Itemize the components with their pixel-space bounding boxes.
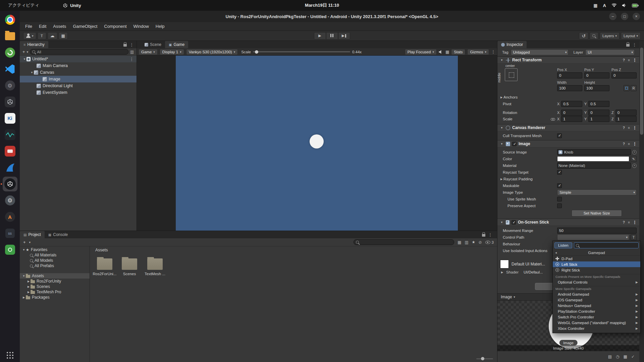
foldout-icon[interactable]: ▼ — [500, 221, 504, 224]
anchor-preset-button[interactable] — [505, 68, 518, 81]
add-gameobject-button[interactable]: + — [22, 49, 25, 54]
material-preview-swatch[interactable] — [500, 260, 509, 268]
popup-searchbox[interactable] — [574, 242, 639, 248]
scale-z-field[interactable]: 1 — [615, 116, 637, 122]
foldout-icon[interactable]: ▶ — [500, 271, 504, 274]
search-by-type-icon[interactable]: ▦ — [458, 240, 461, 245]
menu-window[interactable]: Window — [130, 22, 152, 31]
tab-console[interactable]: ▦ Console — [45, 231, 71, 238]
menu-component[interactable]: Component — [101, 22, 130, 31]
raycast-target-checkbox[interactable] — [557, 170, 562, 175]
hierarchy-row[interactable]: Main Camera — [20, 62, 137, 69]
game-view-kebab-icon[interactable]: ⋮ — [491, 49, 495, 54]
grid-snap-button[interactable]: ▦ — [59, 32, 68, 40]
layers-dropdown[interactable]: Layers▾ — [600, 32, 620, 40]
menu-help[interactable]: Help — [152, 22, 168, 31]
undo-history-button[interactable]: ↺ — [579, 32, 588, 40]
blueprint-mode-button[interactable] — [624, 85, 630, 91]
popup-item-right-stick[interactable]: Right Stick — [553, 267, 640, 273]
screen-share-icon[interactable]: ▦ — [593, 3, 597, 8]
gizmos-dropdown[interactable]: Gizmos▾ — [467, 49, 489, 55]
kebab-menu-icon[interactable]: ⋮ — [632, 42, 637, 47]
scale-slider[interactable] — [253, 49, 350, 55]
status-package-icon[interactable]: ▦ — [624, 354, 627, 359]
vsync-grid-icon[interactable]: ▦ — [445, 50, 449, 54]
icon-size-slider[interactable] — [476, 358, 493, 359]
tab-scene[interactable]: Scene — [141, 41, 165, 48]
kebab-menu-icon[interactable]: ⋮ — [488, 232, 492, 237]
help-icon[interactable]: ? — [623, 126, 625, 130]
scene-options-icon[interactable]: ⋮ — [129, 57, 134, 62]
dock-icon-files[interactable] — [3, 29, 17, 44]
hierarchy-filter-icon[interactable]: ▥ — [130, 50, 134, 54]
preset-icon[interactable]: ≡ — [628, 221, 630, 224]
dock-icon-settings[interactable]: ⚙ — [3, 193, 17, 208]
popup-item-gamepad[interactable]: iOS Gamepad ▶ — [553, 297, 640, 303]
favorites-row[interactable]: ▼ ★ Favorites — [20, 247, 90, 252]
foldout-icon[interactable]: ▶ — [499, 178, 503, 181]
popup-item-gamepad[interactable]: Android Gamepad ▶ — [553, 291, 640, 297]
maximize-button[interactable]: □ — [621, 13, 628, 20]
search-button[interactable] — [590, 32, 598, 40]
layout-dropdown[interactable]: Layout▾ — [621, 32, 641, 40]
tab-game[interactable]: ▣ Game — [165, 41, 188, 48]
lock-icon[interactable] — [482, 234, 485, 237]
menu-edit[interactable]: Edit — [36, 22, 50, 31]
lock-icon[interactable] — [626, 44, 630, 47]
close-button[interactable]: × — [633, 13, 640, 20]
set-native-size-button[interactable]: Set Native Size — [572, 210, 622, 217]
foldout-icon[interactable]: ▼ — [500, 142, 504, 145]
focused-app-menu[interactable]: Unity — [63, 3, 81, 8]
component-enabled-checkbox[interactable] — [512, 142, 517, 146]
preset-icon[interactable]: ≡ — [628, 142, 630, 146]
tag-dropdown[interactable]: Untagged — [511, 49, 569, 55]
tab-inspector[interactable]: Inspector — [497, 41, 527, 48]
tab-hierarchy[interactable]: ≡ Hierarchy — [20, 41, 48, 48]
image-type-dropdown[interactable]: Simple — [557, 189, 637, 195]
maskable-checkbox[interactable] — [557, 183, 562, 188]
popup-search-input[interactable] — [581, 243, 637, 247]
wifi-icon[interactable] — [611, 3, 617, 7]
battery-icon[interactable] — [632, 4, 639, 7]
control-path-dropdown[interactable] — [557, 234, 629, 240]
movement-range-field[interactable]: 50 — [557, 228, 637, 234]
popup-item-gamepad[interactable]: Nimbus+ Gamepad ▶ — [553, 303, 640, 308]
foldout-icon[interactable]: ▶ — [499, 96, 503, 99]
height-field[interactable]: 100 — [584, 85, 609, 91]
tree-folder-row[interactable]: ▶ TextMesh Pro — [20, 289, 90, 295]
hierarchy-searchbox[interactable] — [30, 49, 128, 55]
pos-y-field[interactable]: 0 — [584, 72, 609, 78]
dock-icon-ss-app[interactable]: ss — [3, 226, 17, 241]
project-searchbox[interactable] — [354, 239, 454, 245]
favorite-item[interactable]: All Prefabs — [20, 263, 90, 268]
preview-dropdown-arrow-icon[interactable]: ▾ — [514, 295, 515, 299]
pos-z-field[interactable]: 0 — [611, 72, 637, 78]
foldout-icon[interactable]: ▶ — [22, 296, 26, 299]
minimize-button[interactable]: – — [609, 13, 616, 20]
volume-icon[interactable] — [622, 3, 627, 7]
dock-icon-green2-app[interactable] — [3, 242, 17, 257]
show-applications-button[interactable] — [7, 352, 13, 359]
color-swatch[interactable] — [557, 156, 629, 162]
tree-folder-row[interactable]: ▶ Scenes — [20, 284, 90, 289]
use-sprite-mesh-checkbox[interactable] — [557, 197, 562, 201]
hidden-packages-icon[interactable]: ⊘ — [479, 240, 482, 245]
scale-x-field[interactable]: 1 — [561, 116, 582, 122]
dock-icon-green-app[interactable] — [3, 45, 17, 60]
project-search-input[interactable] — [361, 240, 452, 244]
hierarchy-row[interactable]: EventSystem — [20, 89, 137, 96]
popup-item-optional-controls[interactable]: Optional Controls ▶ — [553, 279, 640, 285]
kebab-menu-icon[interactable]: ⋮ — [633, 141, 637, 146]
dock-icon-dark-tool[interactable]: ⚙ — [3, 78, 17, 93]
asset-tile[interactable]: Scenes — [117, 258, 142, 276]
object-picker-icon[interactable] — [632, 150, 637, 155]
mute-audio-icon[interactable] — [439, 50, 443, 54]
preserve-aspect-checkbox[interactable] — [557, 203, 562, 208]
tree-folder-row[interactable]: ▶ Ros2ForUnity — [20, 279, 90, 284]
dock-icon-audio-app[interactable] — [3, 127, 17, 142]
dock-icon-red-app[interactable] — [3, 144, 17, 159]
play-focused-dropdown[interactable]: Play Focused▾ — [405, 49, 437, 55]
tool-handle-button[interactable]: T — [38, 32, 46, 40]
dock-icon-kdenlive[interactable]: Ki — [3, 111, 17, 126]
dock-icon-chrome[interactable] — [3, 12, 17, 27]
